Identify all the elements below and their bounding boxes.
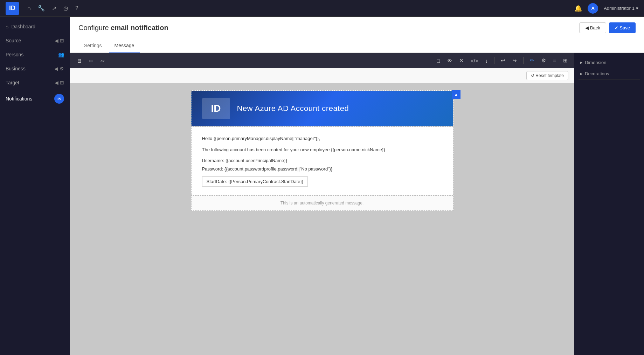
decorations-chevron-icon: ▶ (580, 72, 583, 76)
eye-icon[interactable]: 👁 (445, 56, 454, 65)
close-x-icon[interactable]: ✕ (457, 56, 466, 65)
undo-icon[interactable]: ↩ (499, 56, 507, 65)
frame-icon[interactable]: □ (435, 56, 442, 65)
tablet-view-icon[interactable]: ▭ (86, 56, 96, 65)
email-username: Username: {{account.userPrincipalName}} (202, 157, 442, 164)
toolbar-separator-2 (523, 57, 524, 64)
email-intro: The following account has been created f… (202, 146, 442, 153)
notifications-email-icon: ✉ (54, 94, 64, 104)
email-footer: This is an automatically generated messa… (191, 195, 453, 211)
page-header-actions: ◀ Back ✔ Save (579, 22, 636, 33)
redo-icon[interactable]: ↪ (510, 56, 519, 65)
email-logo: ID (202, 98, 230, 119)
admin-avatar: A (588, 3, 598, 14)
toolbar-separator (494, 57, 494, 64)
sidebar-label-business: Business (6, 66, 26, 71)
sidebar-label-source: Source (6, 38, 21, 43)
list-icon[interactable]: ≡ (551, 56, 558, 65)
grid-icon[interactable]: ⊞ (561, 56, 570, 65)
scroll-up-indicator[interactable]: ▲ (452, 90, 461, 99)
email-footer-text: This is an automatically generated messa… (202, 201, 442, 206)
sidebar-item-business[interactable]: Business ◀ ⚙ (0, 62, 70, 76)
help-icon[interactable]: ? (75, 5, 78, 12)
sidebar-label-target: Target (6, 80, 19, 85)
right-panel-dimension[interactable]: ▶ Dimension (579, 57, 640, 68)
email-header-section[interactable]: ID New Azure AD Account created (191, 91, 453, 126)
email-body[interactable]: Hello {{person.primaryManager.displayNam… (191, 126, 453, 195)
nav-right: 🔔 A Administrator 1 ▾ (574, 3, 638, 14)
page-title-bold: email notification (111, 24, 168, 32)
bell-icon[interactable]: 🔔 (574, 5, 582, 12)
email-template: ID New Azure AD Account created Hello {{… (191, 90, 453, 211)
nav-icons-group: ⌂ 🔧 ↗ ◷ ? (27, 5, 78, 12)
email-startdate-box[interactable]: StartDate: {{Person.PrimaryContract.Star… (202, 176, 308, 187)
top-navigation: ID ⌂ 🔧 ↗ ◷ ? 🔔 A Administrator 1 ▾ (0, 0, 644, 17)
app-logo[interactable]: ID (6, 2, 19, 15)
email-container-wrapper: ▲ ID New Azure AD Account created Hello … (191, 90, 453, 348)
admin-badge-count: 1 (632, 6, 635, 11)
home-sidebar-icon: ⌂ (6, 24, 8, 29)
admin-chevron: ▾ (636, 6, 638, 11)
page-header: Configure email notification ◀ Back ✔ Sa… (70, 17, 644, 39)
sidebar-label-persons: Persons (6, 52, 23, 57)
email-password: Password: {{account.passwordprofile.pass… (202, 166, 442, 173)
email-startdate-text: StartDate: {{Person.PrimaryContract.Star… (207, 179, 304, 184)
email-header-title: New Azure AD Account created (237, 104, 349, 113)
reset-bar: ↺ Reset template (70, 68, 574, 83)
editor-canvas: 🖥 ▭ ▱ □ 👁 ✕ </> ↓ ↩ ↪ ✏ (70, 53, 574, 355)
persons-settings-icon: 👥 (58, 52, 64, 57)
gear-icon[interactable]: ⚙ (539, 56, 548, 65)
email-greeting: Hello {{person.primaryManager.displayNam… (202, 135, 442, 142)
download-icon[interactable]: ↓ (483, 56, 490, 65)
reset-template-button[interactable]: ↺ Reset template (526, 71, 568, 80)
sidebar-label-dashboard: Dashboard (11, 24, 35, 29)
editor-toolbar: 🖥 ▭ ▱ □ 👁 ✕ </> ↓ ↩ ↪ ✏ (70, 53, 574, 68)
admin-menu[interactable]: Administrator 1 ▾ (604, 6, 638, 11)
decorations-label: Decorations (585, 71, 609, 76)
tab-message[interactable]: Message (109, 39, 140, 53)
source-settings-icon: ⊞ (60, 38, 64, 43)
sidebar-item-target[interactable]: Target ◀ ⊞ (0, 76, 70, 90)
wrench-icon[interactable]: 🔧 (38, 5, 45, 12)
business-settings-icon: ⚙ (60, 66, 64, 71)
target-settings-icon: ⊞ (60, 80, 64, 85)
dimension-label: Dimension (585, 60, 606, 65)
page-title: Configure email notification (78, 24, 168, 32)
mobile-view-icon[interactable]: ▱ (98, 56, 107, 65)
admin-name: Administrator (604, 6, 631, 11)
target-arrow-icon: ◀ (55, 80, 58, 85)
right-panel-decorations[interactable]: ▶ Decorations (579, 68, 640, 79)
home-icon[interactable]: ⌂ (27, 5, 31, 12)
edit-pencil-icon[interactable]: ✏ (528, 56, 536, 65)
page-title-prefix: Configure (78, 24, 111, 32)
sidebar-item-notifications[interactable]: Notifications ✉ (0, 90, 70, 108)
email-preview-area[interactable]: ▲ ID New Azure AD Account created Hello … (70, 83, 574, 355)
sidebar-item-source[interactable]: Source ◀ ⊞ (0, 34, 70, 48)
toolbar-right: □ 👁 ✕ </> ↓ ↩ ↪ ✏ ⚙ ≡ ⊞ (435, 56, 570, 65)
sidebar-item-persons[interactable]: Persons 👥 (0, 48, 70, 62)
tab-settings[interactable]: Settings (78, 39, 108, 53)
clock-icon[interactable]: ◷ (63, 5, 68, 12)
source-arrow-icon: ◀ (55, 38, 58, 43)
right-panel: ▶ Dimension ▶ Decorations (574, 53, 644, 355)
nav-left: ID ⌂ 🔧 ↗ ◷ ? (6, 2, 574, 15)
sidebar: ⌂ Dashboard Source ◀ ⊞ Persons 👥 Busines… (0, 17, 70, 355)
back-button[interactable]: ◀ Back (579, 22, 606, 33)
main-layout: ⌂ Dashboard Source ◀ ⊞ Persons 👥 Busines… (0, 17, 644, 355)
arrow-icon[interactable]: ↗ (52, 5, 56, 12)
content-area: Configure email notification ◀ Back ✔ Sa… (70, 17, 644, 355)
sidebar-label-notifications: Notifications (6, 96, 32, 102)
business-arrow-icon: ◀ (54, 66, 58, 71)
email-editor: 🖥 ▭ ▱ □ 👁 ✕ </> ↓ ↩ ↪ ✏ (70, 53, 644, 355)
desktop-view-icon[interactable]: 🖥 (74, 56, 84, 65)
save-button[interactable]: ✔ Save (609, 22, 636, 33)
toolbar-left: 🖥 ▭ ▱ (74, 56, 107, 65)
code-icon[interactable]: </> (469, 56, 480, 65)
tabs-bar: Settings Message (70, 39, 644, 53)
sidebar-item-dashboard[interactable]: ⌂ Dashboard (0, 20, 70, 34)
dimension-chevron-icon: ▶ (580, 61, 583, 64)
